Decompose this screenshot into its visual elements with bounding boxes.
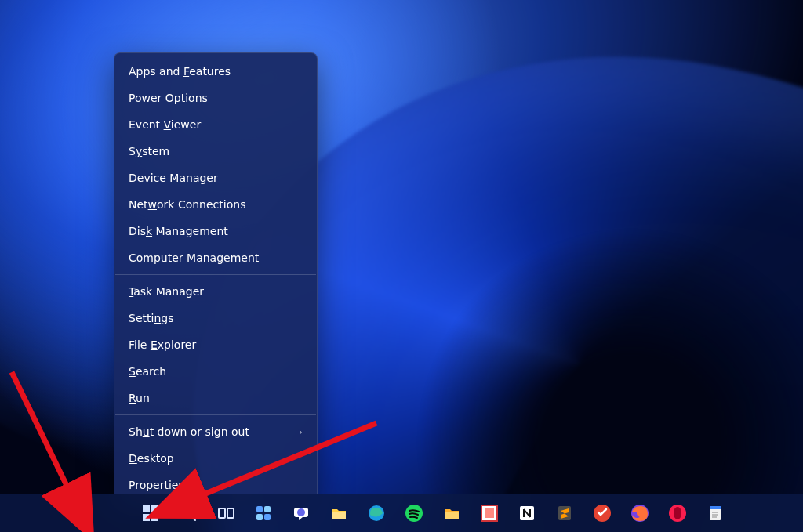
menu-item-shut-down-or-sign-out[interactable]: Shut down or sign out›	[114, 418, 317, 445]
menu-item-label: Computer Management	[129, 252, 259, 264]
svg-rect-23	[710, 506, 721, 509]
menu-item-label: Task Manager	[129, 285, 204, 298]
windows-icon	[140, 503, 161, 523]
svg-rect-15	[485, 508, 494, 518]
notepad-button[interactable]	[699, 498, 731, 529]
menu-item-label: Device Manager	[129, 172, 218, 184]
menu-item-label: Apps and Features	[129, 65, 231, 78]
explorer-icon	[329, 503, 349, 523]
menu-item-search[interactable]: Search	[114, 358, 317, 385]
menu-item-desktop[interactable]: Desktop	[114, 445, 317, 472]
opera-icon	[667, 503, 688, 523]
files-icon	[441, 503, 462, 523]
menu-separator	[115, 414, 316, 415]
notion-icon	[517, 503, 537, 523]
start-button[interactable]	[135, 498, 166, 529]
snip-icon	[479, 503, 500, 523]
menu-item-computer-management[interactable]: Computer Management	[114, 244, 317, 271]
search-button[interactable]	[173, 498, 204, 529]
snip-button[interactable]	[474, 498, 505, 529]
sublime-icon	[554, 503, 575, 523]
svg-point-21	[674, 507, 681, 519]
svg-rect-3	[227, 508, 234, 518]
svg-line-1	[191, 516, 195, 520]
search-icon	[178, 503, 198, 523]
menu-item-system[interactable]: System	[114, 138, 317, 165]
widgets-button[interactable]	[248, 498, 279, 529]
taskview-icon	[216, 503, 236, 523]
menu-item-label: Settings	[129, 312, 173, 324]
chat-button[interactable]	[285, 498, 317, 529]
svg-rect-2	[219, 508, 225, 518]
opera-button[interactable]	[662, 498, 693, 529]
svg-rect-13	[445, 512, 459, 519]
menu-item-run[interactable]: Run	[114, 385, 317, 411]
menu-item-label: Power Options	[129, 92, 208, 104]
menu-item-event-viewer[interactable]: Event Viewer	[114, 111, 317, 138]
menu-item-device-manager[interactable]: Device Manager	[114, 165, 317, 191]
menu-item-label: Properties	[129, 479, 184, 491]
menu-item-label: Desktop	[129, 452, 174, 465]
svg-rect-4	[256, 506, 263, 512]
svg-point-0	[183, 508, 192, 517]
menu-item-label: Disk Management	[129, 225, 228, 237]
file-explorer-button[interactable]	[323, 498, 354, 529]
taskbar	[0, 494, 803, 532]
menu-item-label: Event Viewer	[129, 118, 201, 131]
edge-button[interactable]	[361, 498, 392, 529]
todoist-icon	[592, 503, 612, 523]
todoist-button[interactable]	[587, 498, 618, 529]
firefox-icon	[630, 503, 650, 523]
menu-item-network-connections[interactable]: Network Connections	[114, 191, 317, 218]
menu-item-disk-management[interactable]: Disk Management	[114, 218, 317, 244]
spotify-button[interactable]	[398, 498, 430, 529]
spotify-icon	[404, 503, 424, 523]
menu-item-label: Network Connections	[129, 198, 245, 211]
files-button[interactable]	[436, 498, 467, 529]
sublime-button[interactable]	[549, 498, 580, 529]
firefox-button[interactable]	[624, 498, 656, 529]
task-view-button[interactable]	[210, 498, 242, 529]
svg-rect-7	[264, 514, 271, 520]
menu-item-settings[interactable]: Settings	[114, 305, 317, 331]
menu-item-power-options[interactable]: Power Options	[114, 85, 317, 111]
menu-item-label: Search	[129, 365, 166, 378]
menu-item-file-explorer[interactable]: File Explorer	[114, 331, 317, 358]
svg-rect-5	[264, 506, 271, 512]
menu-item-label: Run	[129, 392, 150, 404]
menu-item-task-manager[interactable]: Task Manager	[114, 278, 317, 305]
menu-item-apps-and-features[interactable]: Apps and Features	[114, 58, 317, 85]
menu-item-label: File Explorer	[129, 338, 196, 351]
svg-point-9	[297, 508, 305, 516]
chevron-right-icon: ›	[300, 427, 303, 437]
notepad-icon	[705, 503, 725, 523]
menu-separator	[115, 274, 316, 275]
winx-context-menu: Apps and FeaturesPower OptionsEvent View…	[114, 52, 318, 504]
notion-button[interactable]	[511, 498, 543, 529]
menu-item-label: Shut down or sign out	[129, 425, 249, 438]
widgets-icon	[253, 503, 274, 523]
svg-rect-10	[332, 512, 346, 519]
svg-rect-6	[256, 514, 263, 520]
edge-icon	[366, 503, 387, 523]
chat-icon	[291, 503, 311, 523]
menu-item-label: System	[129, 145, 169, 157]
